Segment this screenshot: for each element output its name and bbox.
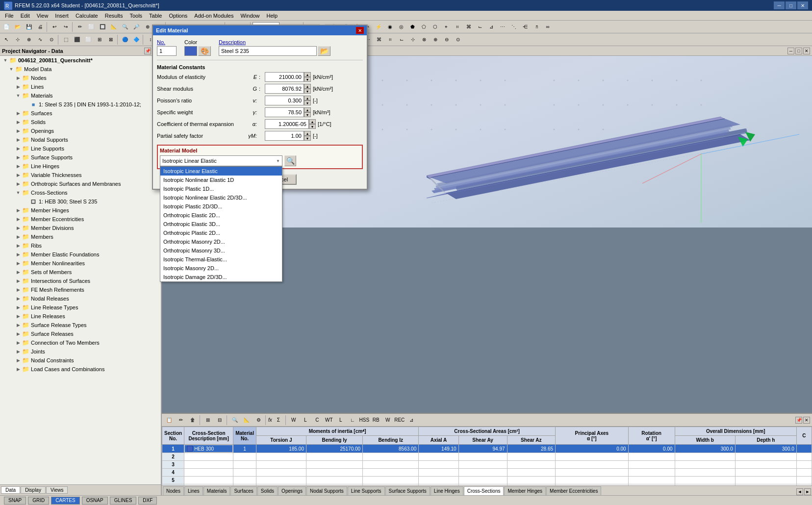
dropdown-arrow: ▼ (276, 159, 280, 163)
prop-e-input[interactable] (265, 72, 304, 82)
mat-model-browse-btn[interactable]: 🔍 (284, 155, 296, 166)
prop-e-input-grp: ▲ ▼ (265, 72, 311, 82)
desc-input-row: 📂 (219, 46, 363, 56)
prop-v-spin: ▲ ▼ (304, 96, 311, 105)
prop-v-unit: [-] (313, 98, 342, 103)
prop-gm-input-grp: ▲ ▼ (265, 131, 311, 141)
dropdown-item-4[interactable]: Isotropic Plastic 2D/3D... (160, 202, 282, 211)
desc-group: Description 📂 (219, 39, 363, 56)
prop-v-input[interactable] (265, 96, 304, 105)
prop-gm-label: Partial safety factor (157, 133, 245, 139)
mat-model-controls: Isotropic Linear Elastic ▼ Isotropic Lin… (160, 155, 360, 166)
prop-gamma-input[interactable] (265, 107, 304, 117)
prop-g-unit: [kN/cm²] (313, 86, 342, 92)
prop-alpha-row: Coefficient of thermal expansion α: ▲ ▼ … (157, 119, 363, 129)
prop-alpha-sym: α: (247, 121, 257, 127)
color-controls: 🎨 (184, 46, 211, 56)
prop-g-label: Shear modulus (157, 86, 245, 92)
prop-gamma-spin: ▲ ▼ (304, 107, 311, 117)
color-label: Color (184, 39, 211, 45)
no-group: No. (157, 39, 177, 56)
prop-e-colon: : (259, 74, 263, 80)
dropdown-item-10[interactable]: Isotropic Thermal-Elastic... (160, 255, 282, 264)
prop-e-row: Modulus of elasticity E : ▲ ▼ [kN/cm²] (157, 72, 363, 82)
dialog-overlay: Edit Material ✕ No. Color 🎨 Descript (0, 0, 812, 505)
dialog-header-row: No. Color 🎨 Description 📂 (157, 39, 363, 60)
dropdown-item-2[interactable]: Isotropic Plastic 1D... (160, 184, 282, 193)
mat-model-dropdown-wrapper: Isotropic Linear Elastic ▼ Isotropic Lin… (160, 155, 282, 166)
no-input[interactable] (157, 46, 177, 56)
prop-gm-sym: γM: (247, 133, 257, 139)
color-swatch[interactable] (184, 46, 197, 56)
prop-alpha-unit: [1/°C] (318, 121, 347, 127)
dropdown-item-1[interactable]: Isotropic Nonlinear Elastic 1D (160, 176, 282, 184)
prop-gamma-down[interactable]: ▼ (304, 112, 311, 117)
prop-e-sym: E (247, 74, 257, 80)
prop-alpha-input[interactable] (265, 119, 309, 129)
prop-gm-down[interactable]: ▼ (304, 136, 311, 141)
prop-g-row: Shear modulus G : ▲ ▼ [kN/cm²] (157, 84, 363, 94)
prop-gm-input[interactable] (265, 131, 304, 141)
mat-model-selected: Isotropic Linear Elastic (162, 158, 217, 164)
prop-e-label: Modulus of elasticity (157, 74, 245, 80)
mat-model-section: Material Model Isotropic Linear Elastic … (157, 145, 363, 169)
dropdown-item-6[interactable]: Orthotropic Elastic 3D... (160, 220, 282, 228)
mat-model-dropdown-list: Isotropic Linear Elastic Isotropic Nonli… (160, 166, 282, 282)
prop-gm-spin: ▲ ▼ (304, 131, 311, 141)
prop-g-down[interactable]: ▼ (304, 89, 311, 94)
dropdown-item-9[interactable]: Orthotropic Masonry 3D... (160, 246, 282, 255)
prop-gm-unit: [-] (313, 133, 342, 139)
dropdown-item-8[interactable]: Orthotropic Masonry 2D... (160, 237, 282, 246)
prop-gamma-unit: [kN/m³] (313, 109, 342, 115)
prop-alpha-up[interactable]: ▲ (309, 119, 316, 124)
prop-g-spin: ▲ ▼ (304, 84, 311, 94)
prop-g-colon: : (259, 86, 263, 92)
dropdown-item-5[interactable]: Orthotropic Elastic 2D... (160, 211, 282, 220)
prop-v-down[interactable]: ▼ (304, 101, 311, 105)
dialog-title: Edit Material (156, 27, 188, 33)
prop-gamma-label: Specific weight (157, 109, 245, 115)
dialog-close-btn[interactable]: ✕ (356, 27, 364, 34)
prop-v-up[interactable]: ▲ (304, 96, 311, 101)
prop-e-unit: [kN/cm²] (313, 74, 342, 80)
dropdown-item-12[interactable]: Isotropic Damage 2D/3D... (160, 273, 282, 281)
prop-alpha-spin: ▲ ▼ (309, 119, 316, 129)
prop-v-input-grp: ▲ ▼ (265, 96, 311, 105)
prop-g-sym: G (247, 86, 257, 92)
prop-e-down[interactable]: ▼ (304, 77, 311, 82)
dropdown-item-7[interactable]: Orthotropic Plastic 2D... (160, 228, 282, 237)
prop-g-input[interactable] (265, 84, 304, 94)
mat-model-label: Material Model (160, 148, 360, 153)
mat-constants-section: Material Constants (157, 64, 363, 70)
desc-label: Description (219, 39, 363, 45)
dropdown-item-0[interactable]: Isotropic Linear Elastic (160, 167, 282, 176)
prop-gamma-input-grp: ▲ ▼ (265, 107, 311, 117)
mat-model-dropdown[interactable]: Isotropic Linear Elastic ▼ (160, 155, 282, 166)
desc-browse-btn[interactable]: 📂 (318, 46, 330, 56)
prop-gamma-up[interactable]: ▲ (304, 107, 311, 112)
color-picker-btn[interactable]: 🎨 (198, 46, 211, 56)
no-label: No. (157, 39, 177, 45)
prop-v-sym: v: (247, 98, 257, 103)
prop-v-row: Poisson's ratio v: ▲ ▼ [-] (157, 96, 363, 105)
color-group: Color 🎨 (184, 39, 211, 56)
edit-material-dialog: Edit Material ✕ No. Color 🎨 Descript (152, 25, 368, 190)
dialog-titlebar: Edit Material ✕ (153, 25, 367, 35)
prop-g-input-grp: ▲ ▼ (265, 84, 311, 94)
prop-alpha-label: Coefficient of thermal expansion (157, 121, 245, 127)
prop-v-label: Poisson's ratio (157, 98, 245, 103)
prop-gm-row: Partial safety factor γM: ▲ ▼ [-] (157, 131, 363, 141)
prop-e-spin: ▲ ▼ (304, 72, 311, 82)
prop-g-up[interactable]: ▲ (304, 84, 311, 89)
dropdown-item-11[interactable]: Isotropic Masonry 2D... (160, 264, 282, 273)
dialog-body: No. Color 🎨 Description 📂 (153, 35, 367, 189)
desc-input[interactable] (219, 46, 317, 56)
prop-gamma-sym: γ: (247, 109, 257, 115)
prop-gm-up[interactable]: ▲ (304, 131, 311, 136)
dropdown-item-3[interactable]: Isotropic Nonlinear Elastic 2D/3D... (160, 193, 282, 202)
prop-gamma-row: Specific weight γ: ▲ ▼ [kN/m³] (157, 107, 363, 117)
prop-e-up[interactable]: ▲ (304, 72, 311, 77)
prop-alpha-input-grp: ▲ ▼ (265, 119, 316, 129)
prop-alpha-down[interactable]: ▼ (309, 124, 316, 129)
